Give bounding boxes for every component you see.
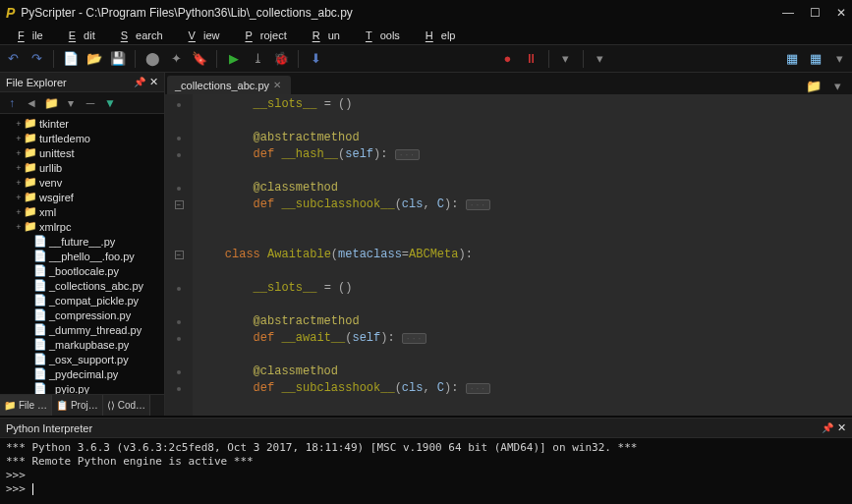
minimize-button[interactable]: —: [782, 6, 794, 20]
code-line[interactable]: @classmethod: [197, 180, 568, 196]
up-level-icon[interactable]: ↑: [4, 95, 20, 111]
code-line[interactable]: [197, 113, 568, 130]
code-line[interactable]: def __subclasshook__(cls, C): ···: [197, 196, 568, 213]
layout1-icon[interactable]: ▦: [783, 50, 801, 68]
tree-folder[interactable]: +📁xml: [0, 204, 164, 219]
sidebar-tab[interactable]: 📋Proj…: [52, 395, 103, 416]
tree-folder[interactable]: +📁xmlrpc: [0, 219, 164, 234]
gutter-row[interactable]: [165, 397, 193, 414]
gutter[interactable]: −−−−: [165, 94, 193, 416]
pin-icon[interactable]: 📌: [134, 77, 145, 87]
gutter-row[interactable]: −: [165, 247, 193, 263]
close-panel-icon[interactable]: ✕: [149, 76, 158, 88]
gutter-row[interactable]: [165, 113, 193, 130]
expand-icon[interactable]: +: [14, 163, 24, 173]
breakpoint-icon[interactable]: ⬤: [143, 50, 161, 68]
dropdown2-icon[interactable]: ▾: [592, 50, 609, 68]
tree-folder[interactable]: +📁urllib: [0, 160, 164, 175]
expand-icon[interactable]: +: [14, 207, 24, 217]
breakpoint-marker-icon[interactable]: [177, 320, 181, 324]
breakpoint-marker-icon[interactable]: [177, 187, 181, 191]
code-line[interactable]: [197, 230, 568, 247]
breakpoint-marker-icon[interactable]: [177, 337, 181, 341]
gutter-row[interactable]: [165, 130, 193, 146]
gutter-row[interactable]: [165, 180, 193, 196]
arrow-left-icon[interactable]: ◄: [24, 95, 39, 111]
gutter-row[interactable]: [165, 380, 193, 397]
sidebar-tab[interactable]: ⟨⟩Cod…: [103, 395, 150, 416]
tab-dropdown-icon[interactable]: ▾: [828, 77, 846, 94]
expand-icon[interactable]: +: [14, 134, 24, 143]
code-line[interactable]: [197, 347, 568, 364]
close-tab-icon[interactable]: ✕: [273, 80, 281, 90]
gutter-row[interactable]: [165, 163, 193, 180]
tree-folder[interactable]: +📁unittest: [0, 145, 164, 160]
gutter-row[interactable]: [165, 297, 193, 313]
menu-file[interactable]: File: [2, 28, 51, 43]
filter-icon[interactable]: ▼: [102, 95, 118, 111]
code-line[interactable]: __slots__ = (): [197, 280, 568, 297]
dropdown-icon[interactable]: ▾: [63, 95, 79, 111]
menu-edit[interactable]: Edit: [53, 28, 103, 43]
maximize-button[interactable]: ☐: [810, 6, 821, 20]
menu-project[interactable]: Project: [229, 28, 294, 43]
tree-file[interactable]: 📄_compat_pickle.py: [0, 293, 164, 308]
folder-icon[interactable]: 📁: [43, 95, 59, 111]
tree-file[interactable]: 📄_collections_abc.py: [0, 278, 164, 293]
line-icon[interactable]: ─: [83, 95, 98, 111]
gutter-row[interactable]: [165, 313, 193, 330]
code-line[interactable]: [197, 397, 568, 414]
expand-icon[interactable]: +: [14, 222, 24, 232]
menu-run[interactable]: Run: [297, 28, 348, 43]
menu-search[interactable]: Search: [105, 28, 171, 43]
expand-icon[interactable]: +: [14, 119, 24, 129]
gutter-row[interactable]: [165, 146, 193, 163]
close-panel-icon[interactable]: ✕: [837, 421, 846, 434]
tree-folder[interactable]: +📁tkinter: [0, 116, 164, 131]
tree-file[interactable]: 📄_pyio.py: [0, 381, 164, 394]
code-line[interactable]: @abstractmethod: [197, 313, 568, 330]
tree-folder[interactable]: +📁venv: [0, 175, 164, 190]
tab-folder-icon[interactable]: 📁: [805, 77, 823, 94]
fold-icon[interactable]: −: [175, 200, 184, 209]
tree-file[interactable]: 📄_bootlocale.py: [0, 263, 164, 278]
code-line[interactable]: [197, 163, 568, 180]
fold-icon[interactable]: −: [175, 251, 184, 259]
tree-file[interactable]: 📄__future__.py: [0, 234, 164, 249]
layout2-icon[interactable]: ▦: [807, 50, 824, 68]
step-icon[interactable]: ⤓: [249, 50, 266, 68]
menu-view[interactable]: View: [173, 28, 228, 43]
code-line[interactable]: @abstractmethod: [197, 130, 568, 146]
file-tree[interactable]: +📁tkinter+📁turtledemo+📁unittest+📁urllib+…: [0, 114, 164, 394]
tree-file[interactable]: 📄_dummy_thread.py: [0, 322, 164, 337]
gutter-row[interactable]: [165, 280, 193, 297]
expand-icon[interactable]: +: [14, 148, 24, 158]
menu-help[interactable]: Help: [410, 28, 464, 43]
code-line[interactable]: [197, 213, 568, 230]
download-icon[interactable]: ⬇: [307, 50, 324, 68]
sidebar-tab[interactable]: 📁File …: [0, 395, 52, 416]
expand-icon[interactable]: +: [14, 193, 24, 202]
code-line[interactable]: [197, 263, 568, 280]
menu-tools[interactable]: Tools: [350, 28, 408, 43]
tree-file[interactable]: 📄_compression.py: [0, 308, 164, 322]
breakpoint-marker-icon[interactable]: [177, 387, 181, 391]
code-line[interactable]: [197, 297, 568, 313]
breakpoint-marker-icon[interactable]: [177, 103, 181, 107]
code-line[interactable]: @classmethod: [197, 364, 568, 380]
back-arrow-icon[interactable]: ↶: [4, 50, 22, 68]
tree-folder[interactable]: +📁turtledemo: [0, 131, 164, 145]
breakpoint-star-icon[interactable]: ✦: [167, 50, 185, 68]
new-file-icon[interactable]: 📄: [62, 50, 80, 68]
breakpoint-marker-icon[interactable]: [177, 137, 181, 140]
gutter-row[interactable]: −: [165, 196, 193, 213]
tree-file[interactable]: 📄_pydecimal.py: [0, 366, 164, 381]
interpreter-output[interactable]: *** Python 3.6.3 (v3.6.3:2c5fed8, Oct 3 …: [0, 438, 852, 504]
dropdown3-icon[interactable]: ▾: [830, 50, 848, 68]
gutter-row[interactable]: [165, 364, 193, 380]
pin-icon[interactable]: 📌: [822, 422, 833, 433]
gutter-row[interactable]: [165, 347, 193, 364]
tree-file[interactable]: 📄__phello__.foo.py: [0, 249, 164, 263]
gutter-row[interactable]: [165, 213, 193, 230]
code-line[interactable]: def __hash__(self): ···: [197, 146, 568, 163]
